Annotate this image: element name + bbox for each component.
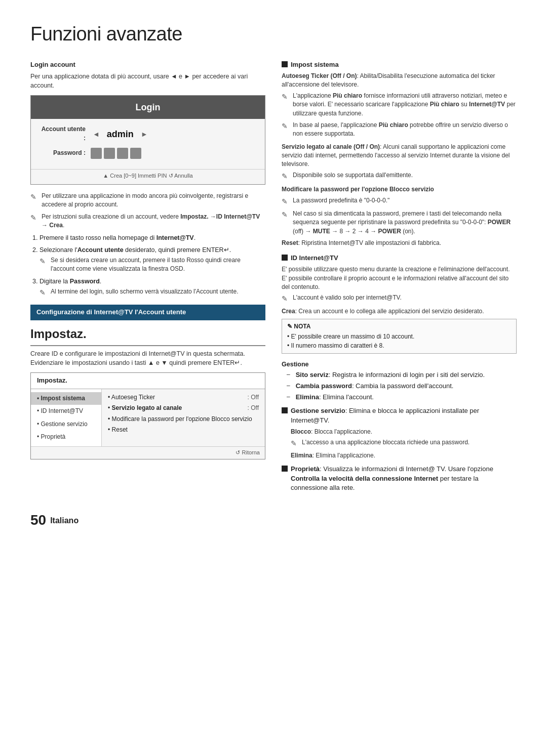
elimina-text: Elimina: Elimina l'applicazione. <box>291 451 517 460</box>
page-number-container: 50 Italiano <box>30 510 517 531</box>
password-dots <box>91 148 141 159</box>
step-1: Premere il tasto rosso nella homepage di… <box>40 233 265 242</box>
nota-item-1: • E' possibile creare un massimo di 10 a… <box>287 332 511 341</box>
login-account-desc: Per una applicazione dotata di più accou… <box>30 72 265 90</box>
page-lang: Italiano <box>50 515 79 526</box>
login-box: Login Account utente : ◄ admin ► Passwor… <box>30 95 265 185</box>
blocco-note: ✎ L'accesso a una applicazione bloccata … <box>282 438 517 448</box>
pencil-icon-6: ✎ <box>282 121 292 131</box>
panel-item-3[interactable]: • Gestione servizio <box>31 418 101 431</box>
note-2: ✎ Per istruzioni sulla creazione di un a… <box>30 213 265 230</box>
gestione-title: Gestione <box>282 360 517 369</box>
blocco-note-2: ✎ Nel caso si sia dimenticata la passwor… <box>282 209 517 236</box>
autoeseg-title-text: Autoeseg Ticker (Off / On): Abilita/Disa… <box>282 72 517 90</box>
configurazione-bar: Configurazione di Internet@TV l'Account … <box>30 305 265 320</box>
pencil-icon-2: ✎ <box>30 213 41 223</box>
square-icon-2 <box>282 255 288 261</box>
square-icon-3 <box>282 407 288 413</box>
step-3: Digitare la Password. ✎ Al termine del l… <box>40 277 265 298</box>
note-1: ✎ Per utilizzare una applicazione in mod… <box>30 192 265 209</box>
proprieta-header: Proprietà: Visualizza le informazioni di… <box>282 465 517 493</box>
gestione-item-3: – Elimina: Elimina l'account. <box>282 393 517 402</box>
step-3-note: ✎ Al termine del login, sullo schermo ve… <box>40 287 265 298</box>
impostaz-desc: Creare ID e configurare le impostazioni … <box>30 349 265 367</box>
login-box-footer: ▲ Crea [0~9] Immetti PIN ↺ Annulla <box>31 169 265 184</box>
left-column: Login account Per una applicazione dotat… <box>30 60 265 495</box>
blocco-note-1: ✎ La password predefinita è "0-0-0-0." <box>282 196 517 206</box>
login-account-field: Account utente : ◄ admin ► <box>40 125 256 143</box>
nota-item-2: • Il numero massimo di caratteri è 8. <box>287 342 511 350</box>
right-item-3: • Modificare la password per l'opzione B… <box>108 415 259 424</box>
crea-text: Crea: Crea un account e lo collega alle … <box>282 307 517 316</box>
impostaz-box: Impostaz. • Impost sistema • ID Internet… <box>30 372 265 459</box>
panel-item-2[interactable]: • ID Internet@TV <box>31 405 101 417</box>
note-2-text: Per istruzioni sulla creazione di un acc… <box>42 213 265 230</box>
step-2-note: ✎ Se si desidera creare un account, prem… <box>40 256 265 274</box>
right-item-4: • Reset <box>108 426 259 434</box>
blocco-title-text: Modificare la password per l'opzione Blo… <box>282 185 517 194</box>
id-internet-title: ID Internet@TV <box>291 254 338 263</box>
right-item-1: • Autoeseg Ticker : Off <box>108 393 259 402</box>
impost-sistema-section: Impost sistema Autoeseg Ticker (Off / On… <box>282 60 517 247</box>
password-dot-1 <box>91 148 102 159</box>
gestione-item-1: – Sito serviz: Registra le informazioni … <box>282 370 517 380</box>
id-internet-header: ID Internet@TV <box>282 254 517 263</box>
impost-sistema-title: Impost sistema <box>291 60 339 70</box>
pencil-icon-7: ✎ <box>282 171 292 181</box>
right-arrow-icon[interactable]: ► <box>139 129 150 139</box>
impostaz-box-body: • Impost sistema • ID Internet@TV • Gest… <box>31 389 265 447</box>
login-account-section: Login account Per una applicazione dotat… <box>30 60 265 298</box>
login-box-body: Account utente : ◄ admin ► Password : <box>31 119 265 167</box>
account-value: admin <box>102 128 139 141</box>
panel-item-4[interactable]: • Proprietà <box>31 431 101 443</box>
page-number: 50 <box>30 510 46 531</box>
servizio-title-text: Servizio legato al canale (Off / On): Al… <box>282 143 517 169</box>
login-account-title: Login account <box>30 60 265 70</box>
autoeseg-note-1: ✎ L'applicazione Più chiaro fornisce inf… <box>282 92 517 118</box>
note-1-text: Per utilizzare una applicazione in modo … <box>42 192 265 209</box>
square-icon-1 <box>282 61 288 67</box>
pencil-icon-1: ✎ <box>30 192 41 202</box>
login-box-header: Login <box>31 96 265 119</box>
password-value-container <box>91 148 256 159</box>
password-label: Password : <box>40 149 91 157</box>
account-value-container: ◄ admin ► <box>91 128 256 141</box>
pencil-icon-9: ✎ <box>282 209 292 220</box>
autoeseg-note-2: ✎ In base al paese, l'applicazione Più c… <box>282 121 517 139</box>
gestione-servizio-header: Gestione servizio: Elimina e blocca le a… <box>282 406 517 426</box>
pencil-icon-3: ✎ <box>40 256 50 266</box>
id-internet-desc: E' possibile utilizzare questo menu dura… <box>282 265 517 291</box>
impostaz-title: Impostaz. <box>30 325 265 346</box>
login-password-field: Password : <box>40 148 256 159</box>
nota-box: ✎ NOTA • E' possibile creare un massimo … <box>282 319 517 354</box>
impostaz-left-panel: • Impost sistema • ID Internet@TV • Gest… <box>31 389 102 447</box>
pencil-icon-10: ✎ <box>282 293 292 304</box>
square-icon-4 <box>282 466 288 472</box>
servizio-note: ✎ Disponibile solo se supportata dall'em… <box>282 171 517 181</box>
pencil-icon-8: ✎ <box>282 196 292 206</box>
impostaz-section: Impostaz. Creare ID e configurare le imp… <box>30 325 265 459</box>
password-dot-3 <box>117 148 128 159</box>
impost-sistema-header: Impost sistema <box>282 60 517 70</box>
step-2: Selezionare l'Account utente desiderato,… <box>40 245 265 274</box>
pencil-icon-4: ✎ <box>40 287 50 298</box>
password-dot-2 <box>104 148 115 159</box>
id-internet-note: ✎ L'account è valido solo per internet@T… <box>282 293 517 304</box>
page-title: Funzioni avanzate <box>30 20 517 48</box>
account-label: Account utente : <box>40 125 91 143</box>
right-column: Impost sistema Autoeseg Ticker (Off / On… <box>282 60 517 495</box>
left-arrow-icon[interactable]: ◄ <box>91 129 102 139</box>
password-dot-4 <box>130 148 141 159</box>
impostaz-right-panel: • Autoeseg Ticker : Off • Servizio legat… <box>102 389 265 447</box>
panel-item-1[interactable]: • Impost sistema <box>31 392 101 405</box>
impostaz-box-header: Impostaz. <box>31 373 265 389</box>
blocco-servizio-text: Blocco: Blocca l'applicazione. <box>291 428 517 436</box>
right-item-2: • Servizio legato al canale : Off <box>108 404 259 412</box>
id-internet-section: ID Internet@TV E' possibile utilizzare q… <box>282 254 517 493</box>
reset-text: Reset: Ripristina Internet@TV alle impos… <box>282 239 517 247</box>
pencil-icon-11: ✎ <box>291 438 301 448</box>
steps-list: Premere il tasto rosso nella homepage di… <box>30 233 265 298</box>
nota-title: ✎ NOTA <box>287 322 511 331</box>
impostaz-box-footer: ↺ Ritorna <box>31 446 265 459</box>
gestione-item-2: – Cambia password: Cambia la password de… <box>282 382 517 391</box>
